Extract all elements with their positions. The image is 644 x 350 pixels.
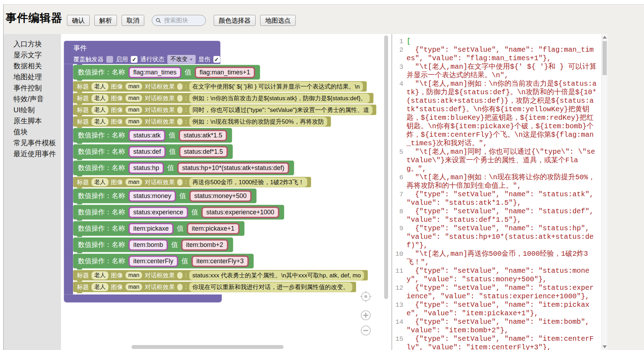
toolbox-item-1[interactable]: 入口方块 [4,39,61,50]
name-value-chip[interactable]: status:def [128,146,166,158]
block-setvalue-row[interactable]: 数值操作：名称status:money值status:money+500 [73,188,257,203]
block-showtext-row[interactable]: 标题老人图像man对话框效果:例如：\n现在我将让你的攻防提升50%，再将攻防 [73,116,331,127]
image-chip[interactable]: man [125,272,142,279]
title-chip[interactable]: 老人 [91,83,108,91]
code-line[interactable]: 10 "\t[老人,man]再送你500金币，1000经验，1破2炸3飞！", [392,250,601,267]
code-line[interactable]: 14 {"type": "setValue", "name": "item:bo… [392,318,601,335]
name-value-chip[interactable]: status:atk [128,130,166,141]
zoom-out-icon[interactable] [359,324,372,337]
block-setvalue-row[interactable]: 数值操作：名称status:atk值status:atk*1.5 [73,128,232,143]
image-chip[interactable]: man [125,106,142,113]
code-line[interactable]: 6 "\t[老人,man]例如：\n现在我将让你的攻防提升50%，再将攻防和的十… [392,173,601,190]
toolbox-item-2[interactable]: 显示文字 [4,50,61,61]
toolbox-item-10[interactable]: 常见事件模板 [4,137,61,148]
workspace-vertical-scrollbar[interactable] [384,35,388,299]
dialog-effect-field[interactable] [177,118,183,125]
block-showtext-row[interactable]: 标题老人图像man对话框效果:例如：\n你的当前攻击力是${status:atk… [73,93,374,103]
code-line[interactable]: 7 {"type": "setValue", "name": "status:a… [392,190,601,207]
title-chip[interactable]: 老人 [91,271,108,280]
block-setvalue-row[interactable]: 数值操作：名称flag:man_times值flag:man_times+1 [73,65,260,80]
title-chip[interactable]: 老人 [91,94,108,102]
image-chip[interactable]: man [125,118,142,125]
value-expression-chip[interactable]: item:centerFly+3 [191,255,249,267]
value-expression-chip[interactable]: status:atk*1.5 [179,130,227,141]
name-value-chip[interactable]: flag:man_times [128,67,181,78]
dialog-effect-field[interactable] [177,83,183,90]
code-line[interactable]: 2 {"type": "setValue", "name": "flag:man… [392,46,601,63]
title-chip[interactable]: 老人 [91,118,108,126]
message-text-field[interactable]: 例如：\n现在我将让你的攻防提升50%，再将攻防 [189,117,327,126]
workspace-horizontal-scrollbar[interactable] [131,345,284,349]
color-picker-button[interactable]: 颜色选择器 [214,15,256,26]
code-line[interactable]: 8 {"type": "setValue", "name": "status:d… [392,207,601,224]
name-value-chip[interactable]: item:bomb [128,239,168,251]
name-value-chip[interactable]: status:hp [128,162,164,174]
scroll-up-arrow-icon[interactable] [603,36,607,39]
message-text-field[interactable]: 再送你500金币，1000经验，1破2炸3飞！ [189,177,308,187]
image-chip[interactable]: man [125,83,142,90]
code-line[interactable]: 4 "\t[老人,man]例如：\n你的当前攻击力是${status:atk}，… [392,80,601,148]
name-value-chip[interactable]: status:experience [128,207,188,218]
code-line[interactable]: 1[ [392,37,601,46]
block-showtext-row[interactable]: 标题老人图像man对话框效果:status:xxx 代表勇士的某个属性。\n其中… [73,270,368,281]
block-showtext-row[interactable]: 标题老人图像man对话框效果:你现在可以重新和我进行对话，进一步看到属性值的改变… [73,282,356,292]
toolbox-item-4[interactable]: 地图处理 [4,72,61,83]
search-box[interactable] [152,15,206,26]
dialog-effect-field[interactable] [177,284,183,290]
code-scrollbar[interactable] [601,34,607,350]
block-setvalue-row[interactable]: 数值操作：名称item:pickaxe值item:pickaxe+1 [73,221,245,236]
trigger-checkbox[interactable] [106,56,113,63]
code-line[interactable]: 9 {"type": "setValue", "name": "status:h… [392,224,601,250]
title-chip[interactable]: 老人 [91,106,108,114]
pass-status-dropdown[interactable]: 不改变 ▾ [167,55,196,64]
name-value-chip[interactable]: item:pickaxe [128,223,174,235]
code-line[interactable]: 12 {"type": "setValue", "name": "status:… [392,284,601,301]
zoom-in-icon[interactable] [359,309,372,322]
toolbox-item-8[interactable]: 原生脚本 [4,115,61,126]
parse-button[interactable]: 解析 [94,15,117,26]
block-setvalue-row[interactable]: 数值操作：名称item:bomb值item:bomb+2 [73,237,233,252]
image-chip[interactable]: man [125,95,142,102]
enable-checkbox[interactable]: ✓ [131,56,138,63]
search-input[interactable] [163,17,202,24]
cancel-button[interactable]: 取消 [122,15,144,26]
value-expression-chip[interactable]: status:experience+1000 [201,207,279,218]
value-expression-chip[interactable]: status:money+500 [189,190,252,202]
toolbox-item-5[interactable]: 事件控制 [4,83,61,94]
message-text-field[interactable]: 你现在可以重新和我进行对话，进一步看到属性值的改变。 [189,282,352,292]
scroll-down-arrow-icon[interactable] [603,345,607,348]
message-text-field[interactable]: 例如：\n你的当前攻击力是${status:atk}，防御力是${status:… [189,94,370,103]
toolbox-item-9[interactable]: 值块 [4,126,61,137]
name-value-chip[interactable]: status:money [128,190,176,202]
image-chip[interactable]: man [125,179,142,186]
message-text-field[interactable]: 在文字中使用${' ${ '}和 } 可以计算并显示一个表达式的结果。\n [189,82,363,91]
dialog-effect-field[interactable] [177,95,183,102]
block-setvalue-row[interactable]: 数值操作：名称status:hp值status:hp+10*(status:at… [73,160,294,175]
block-setvalue-row[interactable]: 数值操作：名称item:centerFly值item:centerFly+3 [73,254,254,269]
code-line[interactable]: 11 {"type": "setValue", "name": "status:… [392,267,601,284]
toolbox-item-11[interactable]: 最近使用事件 [4,148,61,159]
image-chip[interactable]: man [125,283,142,290]
dialog-effect-field[interactable] [177,272,183,279]
message-text-field[interactable]: status:xxx 代表勇士的某个属性。\n其中xxx可取hp, atk, d… [189,271,364,280]
value-expression-chip[interactable]: status:hp+10*(status:atk+status:def) [177,162,289,174]
confirm-button[interactable]: 确认 [67,15,90,26]
toolbox-item-3[interactable]: 数据相关 [4,61,61,72]
block-setvalue-row[interactable]: 数值操作：名称status:def值status:def*1.5 [73,144,233,159]
dialog-effect-field[interactable] [177,107,183,113]
json-code-editor[interactable]: 1[2 {"type": "setValue", "name": "flag:m… [392,34,601,350]
value-expression-chip[interactable]: status:def*1.5 [179,146,228,158]
map-point-button[interactable]: 地图选点 [260,15,296,26]
event-block-header[interactable]: 事件 覆盖触发器 启用 ✓ 通行状态 不改变 ▾ 显伤 ✓ [64,41,220,64]
title-chip[interactable]: 老人 [91,283,108,291]
block-showtext-row[interactable]: 标题老人图像man对话框效果:再送你500金币，1000经验，1破2炸3飞！ [73,177,311,187]
value-expression-chip[interactable]: flag:man_times+1 [195,67,255,78]
locate-icon[interactable] [359,290,372,303]
block-showtext-row[interactable]: 标题老人图像man对话框效果:在文字中使用${' ${ '}和 } 可以计算并显… [73,81,367,92]
dialog-effect-field[interactable] [177,179,183,186]
blockly-workspace[interactable]: 事件 覆盖触发器 启用 ✓ 通行状态 不改变 ▾ 显伤 ✓ 数值操作：名称fla… [61,34,392,350]
name-value-chip[interactable]: item:centerFly [128,255,178,267]
code-scrollbar-thumb[interactable] [603,41,607,75]
title-chip[interactable]: 老人 [91,178,108,186]
block-showtext-row[interactable]: 标题老人图像man对话框效果:同时，你也可以通过{"type": "setVal… [73,105,376,115]
